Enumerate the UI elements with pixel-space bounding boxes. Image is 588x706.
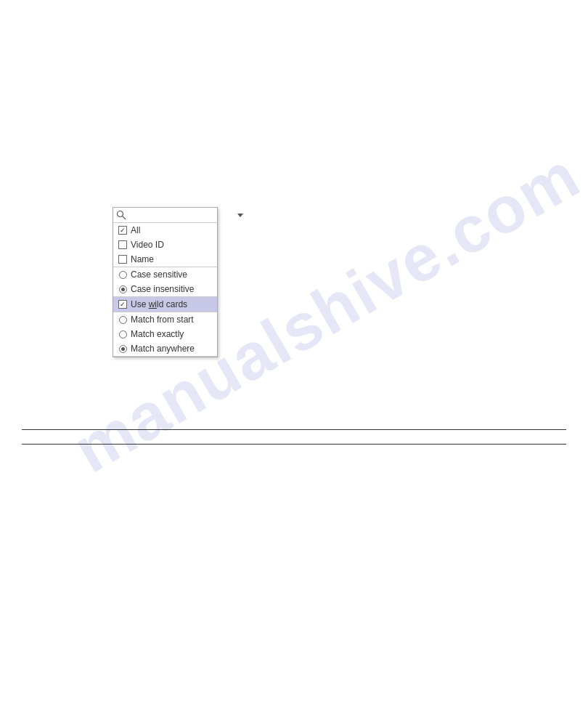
page-container: manualshive.com [0, 0, 588, 706]
menu-item-use-wild-cards[interactable]: Use wild cards [113, 297, 217, 312]
menu-item-name[interactable]: Name [113, 252, 217, 267]
label-match-from-start: Match from start [131, 315, 194, 325]
label-name: Name [131, 254, 154, 264]
divider-bottom [22, 444, 566, 445]
svg-line-1 [123, 216, 126, 219]
search-fields-section: All Video ID Name [113, 223, 217, 267]
label-case-insensitive: Case insensitive [131, 284, 194, 294]
radio-case-insensitive[interactable] [118, 284, 128, 294]
menu-item-video-id[interactable]: Video ID [113, 238, 217, 252]
dropdown-arrow-icon[interactable] [237, 211, 243, 219]
checkbox-video-id[interactable] [118, 240, 128, 250]
radio-case-sensitive[interactable] [118, 269, 128, 280]
checkbox-use-wild-cards[interactable] [118, 299, 128, 309]
match-options-section: Match from start Match exactly Match any… [113, 312, 217, 357]
radio-match-exactly[interactable] [118, 329, 128, 339]
svg-point-0 [118, 211, 123, 217]
checkbox-all[interactable] [118, 225, 128, 235]
label-use-wild-cards: Use wild cards [131, 299, 187, 309]
case-options-section: Case sensitive Case insensitive [113, 267, 217, 297]
search-icon [116, 210, 126, 220]
label-match-anywhere: Match anywhere [131, 344, 195, 354]
search-panel: All Video ID Name Case sensitiv [113, 207, 218, 357]
menu-item-match-exactly[interactable]: Match exactly [113, 327, 217, 341]
menu-item-match-anywhere[interactable]: Match anywhere [113, 341, 217, 356]
label-match-exactly: Match exactly [131, 329, 184, 339]
search-input[interactable] [128, 210, 237, 220]
checkbox-name[interactable] [118, 254, 128, 264]
divider-top [22, 429, 566, 430]
wildcard-section: Use wild cards [113, 297, 217, 312]
menu-item-all[interactable]: All [113, 223, 217, 238]
label-video-id: Video ID [131, 240, 164, 250]
radio-match-from-start[interactable] [118, 315, 128, 325]
label-case-sensitive: Case sensitive [131, 269, 187, 280]
menu-item-match-from-start[interactable]: Match from start [113, 312, 217, 327]
search-input-row [113, 208, 217, 223]
radio-match-anywhere[interactable] [118, 344, 128, 354]
label-all: All [131, 225, 140, 235]
menu-item-case-sensitive[interactable]: Case sensitive [113, 267, 217, 282]
menu-item-case-insensitive[interactable]: Case insensitive [113, 282, 217, 296]
